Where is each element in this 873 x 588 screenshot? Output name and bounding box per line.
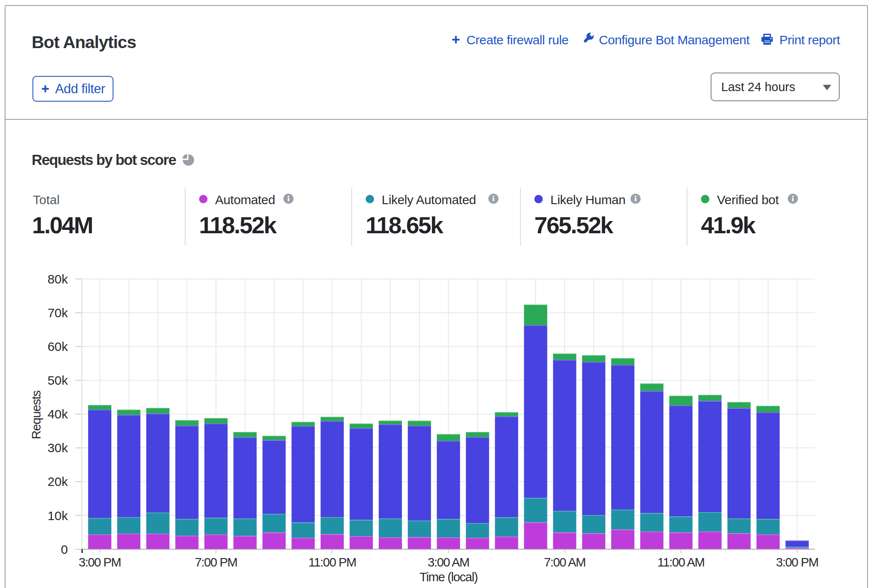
svg-text:10k: 10k [48, 509, 68, 523]
svg-text:7:00 AM: 7:00 AM [544, 555, 585, 569]
svg-text:3:00 PM: 3:00 PM [78, 555, 121, 569]
svg-text:30k: 30k [48, 441, 68, 455]
svg-text:Requests: Requests [29, 391, 43, 439]
svg-text:Time (local): Time (local) [420, 570, 477, 584]
svg-text:3:00 AM: 3:00 AM [428, 555, 469, 569]
svg-text:40k: 40k [48, 407, 68, 421]
svg-text:60k: 60k [48, 340, 68, 353]
svg-text:50k: 50k [48, 373, 68, 387]
svg-text:0: 0 [61, 542, 68, 556]
svg-text:80k: 80k [48, 272, 68, 286]
svg-text:70k: 70k [48, 306, 68, 320]
svg-text:20k: 20k [48, 475, 68, 488]
svg-text:11:00 PM: 11:00 PM [308, 555, 356, 569]
svg-text:7:00 PM: 7:00 PM [195, 555, 237, 569]
svg-text:3:00 PM: 3:00 PM [776, 555, 818, 569]
svg-text:11:00 AM: 11:00 AM [657, 555, 704, 569]
